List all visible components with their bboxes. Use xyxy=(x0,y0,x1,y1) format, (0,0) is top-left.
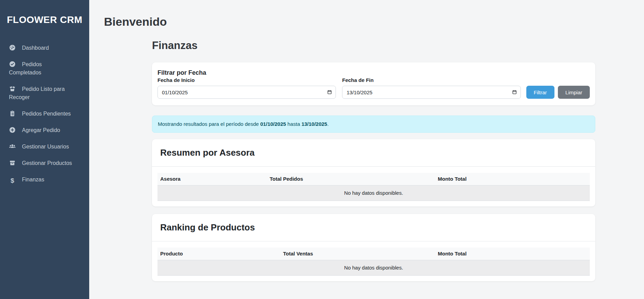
users-icon xyxy=(9,143,16,150)
gauge-icon xyxy=(9,44,16,51)
alert-text: Mostrando resultados para el período des… xyxy=(158,121,260,127)
app-brand: FLOOWER CRM xyxy=(0,14,89,25)
sidebar-item-label: Gestionar Usuarios xyxy=(22,144,69,150)
alert-start-date: 01/10/2025 xyxy=(260,121,286,127)
end-date-label: Fecha de Fin xyxy=(342,77,520,84)
product-ranking-title: Ranking de Productos xyxy=(160,221,587,234)
sidebar-item-dashboard[interactable]: Dashboard xyxy=(0,44,89,52)
dollar-sign-icon: $ xyxy=(9,177,16,183)
sidebar-item-gestionar-usuarios[interactable]: Gestionar Usuarios xyxy=(0,143,89,151)
product-ranking-table: Producto Total Ventas Monto Total No hay… xyxy=(157,248,590,276)
clear-button[interactable]: Limpiar xyxy=(558,86,590,99)
sidebar-item-gestionar-productos[interactable]: Gestionar Productos xyxy=(0,159,89,167)
advisor-summary-title: Resumen por Asesora xyxy=(160,146,587,159)
empty-table-row: No hay datos disponibles. xyxy=(157,260,590,276)
start-date-input[interactable] xyxy=(157,86,336,99)
section-title: Finanzas xyxy=(152,39,595,52)
sidebar-item-pedido-listo-para-recoger[interactable]: Pedido Listo para Recoger xyxy=(0,85,89,101)
calendar-icon[interactable] xyxy=(512,89,517,95)
alert-text: . xyxy=(327,121,329,127)
sidebar-item-label: Agregar Pedido xyxy=(22,127,60,133)
sidebar-item-label: Dashboard xyxy=(22,45,49,51)
box-icon xyxy=(9,159,16,166)
product-ranking-card: Ranking de Productos Producto Total Vent… xyxy=(152,214,595,281)
sidebar-item-agregar-pedido[interactable]: Agregar Pedido xyxy=(0,126,89,134)
date-range-alert: Mostrando resultados para el período des… xyxy=(152,116,595,133)
check-circle-icon xyxy=(9,61,16,68)
clipboard-list-icon xyxy=(9,110,16,117)
filter-title: Filtrar por Fecha xyxy=(157,69,590,77)
sidebar-item-label: Finanzas xyxy=(22,177,44,182)
end-date-input[interactable] xyxy=(342,86,520,99)
sidebar-item-pedidos-pendientes[interactable]: Pedidos Pendientes xyxy=(0,110,89,118)
sidebar-item-label: Pedidos Pendientes xyxy=(22,111,71,117)
column-header-total-pedidos: Total Pedidos xyxy=(267,173,435,186)
date-filter-card: Filtrar por Fecha Fecha de Inicio Fecha … xyxy=(152,62,595,105)
sidebar-item-label: Pedido Listo para Recoger xyxy=(9,86,65,100)
advisor-summary-table: Asesora Total Pedidos Monto Total No hay… xyxy=(157,173,590,201)
advisor-summary-card: Resumen por Asesora Asesora Total Pedido… xyxy=(152,139,595,206)
sidebar-item-label: Gestionar Productos xyxy=(22,160,72,166)
alert-text: hasta xyxy=(286,121,302,127)
start-date-label: Fecha de Inicio xyxy=(157,77,336,84)
calendar-icon[interactable] xyxy=(327,89,332,95)
alert-end-date: 13/10/2025 xyxy=(302,121,327,127)
main-content: Bienvenido Finanzas Filtrar por Fecha Fe… xyxy=(89,0,644,299)
box-open-icon xyxy=(9,85,16,92)
sidebar-item-pedidos-completados[interactable]: Pedidos Completados xyxy=(0,60,89,77)
empty-message: No hay datos disponibles. xyxy=(157,186,590,201)
plus-circle-icon xyxy=(9,127,16,133)
sidebar-nav: Dashboard Pedidos Completados Pedido Lis… xyxy=(0,44,89,184)
column-header-monto-total: Monto Total xyxy=(435,248,590,260)
column-header-producto: Producto xyxy=(157,248,280,260)
column-header-asesora: Asesora xyxy=(157,173,267,186)
empty-message: No hay datos disponibles. xyxy=(157,260,590,276)
empty-table-row: No hay datos disponibles. xyxy=(157,186,590,201)
column-header-total-ventas: Total Ventas xyxy=(280,248,435,260)
column-header-monto-total: Monto Total xyxy=(435,173,590,186)
page-title: Bienvenido xyxy=(104,15,644,28)
sidebar: FLOOWER CRM Dashboard Pedidos Completado… xyxy=(0,0,89,299)
sidebar-item-finanzas[interactable]: $Finanzas xyxy=(0,176,89,184)
filter-button[interactable]: Filtrar xyxy=(526,86,554,99)
